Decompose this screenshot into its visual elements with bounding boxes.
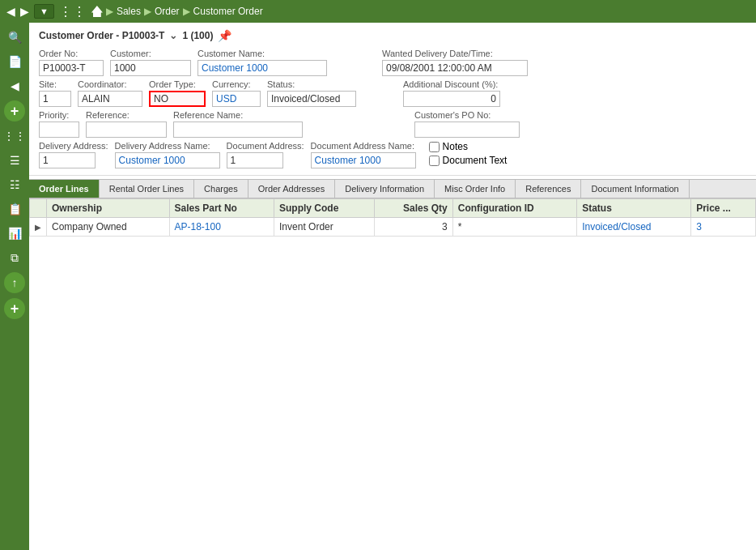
tab-references[interactable]: References bbox=[516, 180, 581, 198]
page-title-container: Customer Order - P10003-T ⌄ 1 (100) 📌 bbox=[39, 29, 746, 42]
customer-label: Customer: bbox=[110, 49, 191, 58]
tabs-bar: Order Lines Rental Order Lines Charges O… bbox=[29, 179, 756, 198]
breadcrumb-customer-order[interactable]: Customer Order bbox=[193, 6, 263, 17]
site-label: Site: bbox=[39, 79, 71, 89]
additional-discount-input[interactable] bbox=[403, 91, 500, 107]
field-customer-name: Customer Name: bbox=[197, 49, 327, 76]
order-type-label: Order Type: bbox=[149, 79, 206, 89]
reference-name-label: Reference Name: bbox=[173, 110, 303, 120]
page-title-text: Customer Order - P10003-T bbox=[39, 30, 164, 41]
chart-icon[interactable]: 📊 bbox=[3, 222, 26, 245]
order-no-label: Order No: bbox=[39, 49, 104, 58]
title-chevron-icon[interactable]: ⌄ bbox=[169, 30, 177, 41]
delivery-address-label: Delivery Address: bbox=[39, 141, 108, 151]
table-container: Ownership Sales Part No Supply Code Sale… bbox=[29, 198, 756, 237]
field-currency: Currency: bbox=[212, 79, 261, 107]
additional-discount-label: Additional Discount (%): bbox=[403, 79, 500, 89]
field-delivery-address: Delivery Address: bbox=[39, 141, 108, 168]
customer-name-input[interactable] bbox=[197, 60, 327, 76]
customer-po-no-input[interactable] bbox=[414, 122, 520, 138]
order-type-input[interactable] bbox=[149, 91, 206, 107]
cell-status[interactable]: Invoiced/Closed bbox=[577, 218, 691, 237]
field-coordinator: Coordinator: bbox=[78, 79, 142, 107]
forward-button[interactable]: ▶ bbox=[20, 5, 29, 18]
checkbox-group: Notes Document Text bbox=[429, 141, 508, 166]
document-text-checkbox[interactable] bbox=[429, 156, 440, 166]
field-customer-po-no: Customer's PO No: bbox=[414, 110, 520, 138]
field-reference-name: Reference Name: bbox=[173, 110, 303, 138]
notes-checkbox-item: Notes bbox=[429, 141, 508, 152]
tab-misc-order-info[interactable]: Misc Order Info bbox=[435, 180, 516, 198]
field-document-address: Document Address: bbox=[227, 141, 304, 168]
currency-label: Currency: bbox=[212, 79, 261, 89]
coordinator-input[interactable] bbox=[78, 91, 142, 107]
tab-delivery-information[interactable]: Delivery Information bbox=[335, 180, 435, 198]
title-version: 1 (100) bbox=[182, 30, 213, 41]
cell-sales-part-no[interactable]: AP-18-100 bbox=[169, 218, 274, 237]
delivery-address-name-input[interactable] bbox=[115, 152, 220, 168]
document-icon[interactable]: 📄 bbox=[3, 50, 26, 73]
search-icon[interactable]: 🔍 bbox=[3, 26, 26, 49]
copy-icon[interactable]: ⧉ bbox=[3, 246, 26, 269]
th-configuration-id[interactable]: Configuration ID bbox=[452, 199, 576, 218]
breadcrumb-sales[interactable]: Sales bbox=[117, 6, 141, 17]
document-address-name-input[interactable] bbox=[311, 152, 416, 168]
tab-rental-order-lines[interactable]: Rental Order Lines bbox=[100, 180, 194, 198]
cell-price[interactable]: 3 bbox=[691, 218, 756, 237]
cell-sales-qty: 3 bbox=[374, 218, 452, 237]
site-input[interactable] bbox=[39, 91, 71, 107]
cell-ownership: Company Owned bbox=[47, 218, 170, 237]
th-supply-code[interactable]: Supply Code bbox=[274, 199, 375, 218]
form-row-1: Order No: Customer: Customer Name: Wante… bbox=[39, 49, 746, 76]
list-icon[interactable]: ☰ bbox=[3, 149, 26, 172]
tab-order-addresses[interactable]: Order Addresses bbox=[248, 180, 336, 198]
tab-order-lines[interactable]: Order Lines bbox=[29, 180, 100, 198]
reference-input[interactable] bbox=[86, 122, 167, 138]
reference-label: Reference: bbox=[86, 110, 167, 120]
wanted-delivery-input[interactable] bbox=[382, 60, 528, 76]
document-address-name-label: Document Address Name: bbox=[311, 141, 416, 151]
collapse-icon[interactable]: ◀ bbox=[3, 75, 26, 97]
report-icon[interactable]: 📋 bbox=[3, 198, 26, 220]
order-no-input[interactable] bbox=[39, 60, 104, 76]
field-document-address-name: Document Address Name: bbox=[311, 141, 416, 168]
grid-icon[interactable]: ⋮⋮ bbox=[3, 125, 26, 147]
th-ownership[interactable]: Ownership bbox=[47, 199, 170, 218]
field-order-type: Order Type: bbox=[149, 79, 206, 107]
th-sales-qty[interactable]: Sales Qty bbox=[374, 199, 452, 218]
add-icon[interactable]: + bbox=[4, 100, 25, 122]
export-icon[interactable]: ↑ bbox=[4, 272, 25, 293]
field-wanted-delivery: Wanted Delivery Date/Time: bbox=[382, 49, 528, 76]
th-sales-part-no[interactable]: Sales Part No bbox=[169, 199, 274, 218]
customer-input[interactable] bbox=[110, 60, 191, 76]
row-expander[interactable]: ▶ bbox=[30, 218, 47, 237]
menu-icon[interactable]: ☷ bbox=[3, 173, 26, 196]
app-grid-icon[interactable]: ⋮⋮ bbox=[59, 4, 87, 19]
notes-checkbox[interactable] bbox=[429, 142, 440, 152]
field-status: Status: bbox=[267, 79, 356, 107]
document-address-input[interactable] bbox=[227, 152, 283, 168]
priority-label: Priority: bbox=[39, 110, 79, 120]
reference-name-input[interactable] bbox=[173, 122, 303, 138]
field-priority: Priority: bbox=[39, 110, 79, 138]
back-button[interactable]: ◀ bbox=[6, 5, 15, 18]
home-icon[interactable] bbox=[91, 6, 103, 17]
delivery-address-input[interactable] bbox=[39, 152, 96, 168]
notes-label: Notes bbox=[443, 141, 468, 152]
add-circle-icon[interactable]: + bbox=[4, 298, 25, 319]
pin-icon[interactable]: 📌 bbox=[218, 29, 231, 42]
breadcrumb-order[interactable]: Order bbox=[155, 6, 180, 17]
field-order-no: Order No: bbox=[39, 49, 104, 76]
tab-document-information[interactable]: Document Information bbox=[581, 180, 689, 198]
table-header-row: Ownership Sales Part No Supply Code Sale… bbox=[30, 199, 756, 218]
tab-charges[interactable]: Charges bbox=[194, 180, 248, 198]
top-nav-bar: ◀ ▶ ▼ ⋮⋮ ▶ Sales ▶ Order ▶ Customer Orde… bbox=[0, 0, 756, 23]
currency-input[interactable] bbox=[212, 91, 261, 107]
priority-input[interactable] bbox=[39, 122, 79, 138]
dropdown-button[interactable]: ▼ bbox=[34, 4, 54, 19]
status-input[interactable] bbox=[267, 91, 356, 107]
th-status[interactable]: Status bbox=[577, 199, 691, 218]
status-label: Status: bbox=[267, 79, 356, 89]
form-row-4: Delivery Address: Delivery Address Name:… bbox=[39, 141, 746, 168]
th-price[interactable]: Price ... bbox=[691, 199, 756, 218]
